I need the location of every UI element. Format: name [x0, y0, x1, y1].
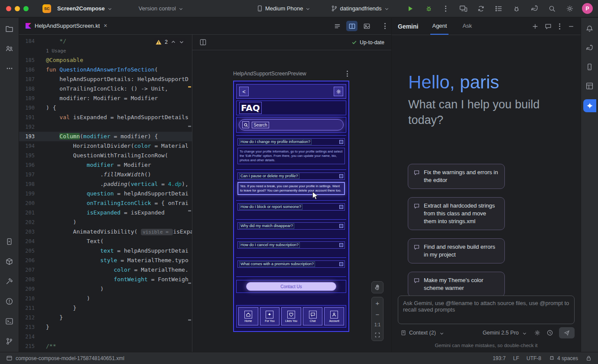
zoom-to-fit-button[interactable] — [371, 329, 384, 341]
editor-options-button[interactable] — [376, 21, 387, 31]
app-inspection-tool-button[interactable] — [4, 256, 15, 267]
code-line[interactable]: 185@Composable — [19, 55, 192, 65]
gemini-prompt-input[interactable] — [398, 296, 575, 324]
settings-button[interactable] — [564, 3, 575, 14]
code-line[interactable]: 195 QuestionWithTrailingIconRow( — [19, 151, 192, 160]
line-number[interactable]: 203 — [19, 227, 35, 237]
running-devices-tool-button[interactable] — [4, 236, 15, 247]
code-line[interactable]: 201 isExpanded = isExpanded — [19, 208, 192, 218]
model-selector[interactable]: Gemini 2.5 Pro — [480, 328, 528, 337]
gemini-tool-button[interactable] — [583, 99, 596, 112]
line-number[interactable]: 197 — [19, 170, 35, 179]
code-line[interactable]: 208 fontWeight = FontWeigh — [19, 275, 192, 284]
line-number[interactable]: 200 — [19, 198, 35, 208]
code-line[interactable]: 209 ) — [19, 284, 192, 294]
code-text[interactable]: 1 Usage — [46, 46, 66, 55]
line-separator-widget[interactable]: LF — [513, 355, 519, 361]
gradle-tool-button[interactable] — [584, 42, 595, 53]
tab-ask[interactable]: Ask — [461, 18, 474, 35]
line-number[interactable]: 214 — [19, 332, 35, 341]
line-number[interactable]: 202 — [19, 218, 35, 227]
run-button[interactable] — [404, 3, 416, 14]
code-line[interactable]: 200 onTrailingIconClick = { onTrai — [19, 198, 192, 208]
code-text[interactable]: ) — [46, 294, 90, 303]
close-tab-icon[interactable]: × — [104, 22, 107, 29]
problems-tool-button[interactable] — [4, 296, 15, 307]
code-text[interactable]: .padding(vertical = 4.dp), — [46, 179, 188, 189]
code-text[interactable]: text = helpAndSupportDetai — [46, 246, 188, 256]
code-text[interactable]: .fillMaxWidth() — [46, 170, 151, 179]
send-button[interactable] — [559, 327, 575, 338]
context-selector[interactable]: Context (2) — [398, 328, 445, 337]
line-number[interactable]: 212 — [19, 313, 35, 322]
version-control-tool-button[interactable] — [4, 335, 15, 347]
more-actions-button[interactable] — [441, 3, 450, 15]
code-line[interactable]: 207 color = MaterialTheme. — [19, 265, 192, 275]
code-line[interactable]: 186fun QuestionAndAnswerInfoSection( — [19, 65, 192, 75]
line-number[interactable]: 207 — [19, 265, 35, 275]
search-everywhere-button[interactable] — [546, 3, 558, 14]
code-line[interactable]: 213} — [19, 322, 192, 332]
line-number[interactable]: 189 — [19, 94, 35, 103]
line-number[interactable]: 195 — [19, 151, 35, 160]
line-number[interactable]: 196 — [19, 160, 35, 170]
code-line[interactable]: 190) { — [19, 103, 192, 113]
code-text[interactable]: fun QuestionAndAnswerInfoSection( — [46, 65, 158, 75]
code-text[interactable]: Text( — [46, 237, 104, 246]
line-number[interactable] — [19, 46, 35, 55]
code-text[interactable]: color = MaterialTheme. — [46, 265, 188, 275]
line-number[interactable]: 210 — [19, 294, 35, 303]
code-line[interactable]: 210 ) — [19, 294, 192, 303]
line-number[interactable]: 186 — [19, 65, 35, 75]
debug-button[interactable] — [422, 3, 435, 14]
indent-widget[interactable]: 4 spaces — [549, 355, 578, 361]
line-number[interactable]: 187 — [19, 75, 35, 84]
zoom-in-button[interactable]: + — [371, 297, 384, 309]
new-chat-icon[interactable] — [532, 23, 539, 30]
design-view-toggle[interactable] — [361, 21, 372, 31]
code-line[interactable]: 197 .fillMaxWidth() — [19, 170, 192, 179]
line-number[interactable]: 184 — [19, 36, 35, 46]
branch-selector[interactable]: datingandfriends — [328, 3, 390, 14]
bug-report-button[interactable] — [511, 3, 522, 14]
stripe-mark[interactable] — [188, 126, 191, 127]
tab-agent[interactable]: Agent — [430, 18, 448, 35]
code-text[interactable]: @Composable — [46, 55, 83, 65]
code-line[interactable]: 204 Text( — [19, 237, 192, 246]
minimize-window-button[interactable] — [15, 6, 20, 11]
maximize-window-button[interactable] — [23, 6, 29, 11]
pan-tool-button[interactable] — [371, 281, 384, 293]
line-number[interactable]: 190 — [19, 103, 35, 113]
line-number[interactable]: 213 — [19, 322, 35, 332]
code-text[interactable]: modifier = Modifier — [46, 160, 151, 170]
line-number[interactable]: 194 — [19, 141, 35, 151]
line-number[interactable]: 211 — [19, 303, 35, 313]
code-line[interactable]: 191 val isExpanded = helpAndSupportDetai… — [19, 113, 192, 122]
preview-canvas[interactable]: HelpAndSupportScreenPreview < FAQ — [192, 50, 391, 352]
line-number[interactable]: 188 — [19, 84, 35, 94]
code-line[interactable]: 189 modifier: Modifier = Modifier — [19, 94, 192, 103]
hide-panel-icon[interactable] — [568, 23, 575, 30]
line-number[interactable]: 201 — [19, 208, 35, 218]
code-text[interactable]: helpAndSupportDetails: HelpAndSupportD — [46, 75, 188, 84]
line-number[interactable]: 205 — [19, 246, 35, 256]
code-line[interactable]: 194 HorizontalDivider(color = Material — [19, 141, 192, 151]
code-line[interactable]: 193 Column(modifier = modifier) { — [19, 132, 192, 141]
gemini-suggestion-card[interactable]: Find and resolve build errors in my proj… — [408, 238, 505, 263]
device-selector[interactable]: Medium Phone — [254, 3, 312, 14]
code-line[interactable]: 211 } — [19, 303, 192, 313]
device-manager-tool-button[interactable] — [584, 61, 595, 72]
gemini-suggestion-card[interactable]: Extract all hardcoded strings from this … — [408, 197, 505, 230]
lock-icon[interactable] — [585, 355, 592, 361]
stripe-mark[interactable] — [188, 283, 191, 284]
code-text[interactable]: ) — [46, 218, 76, 227]
code-line[interactable]: 1 Usage — [19, 46, 192, 55]
preview-device-frame[interactable]: < FAQ Search How do I change my profile … — [233, 81, 349, 332]
terminal-tool-button[interactable] — [4, 315, 15, 327]
prev-issue-icon[interactable] — [171, 39, 176, 45]
code-text[interactable]: } — [46, 322, 49, 332]
project-selector[interactable]: Screen2Compose — [55, 3, 114, 13]
code-text[interactable]: onTrailingIconClick: () -> Unit, — [46, 84, 168, 94]
next-issue-icon[interactable] — [179, 39, 184, 45]
more-tool-windows-button[interactable] — [4, 63, 15, 74]
